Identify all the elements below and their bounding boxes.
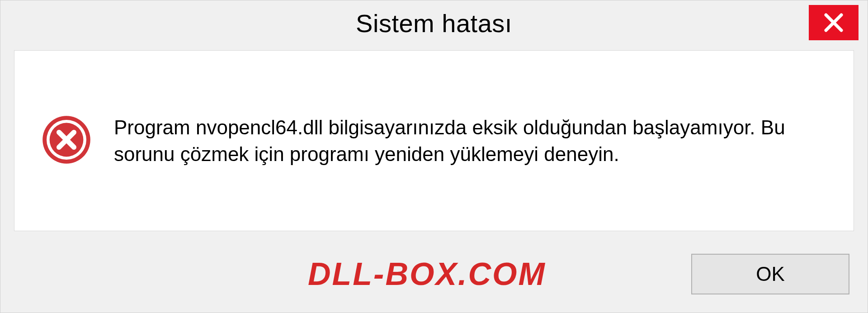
titlebar: Sistem hatası (0, 0, 868, 46)
close-button[interactable] (809, 5, 859, 40)
ok-button[interactable]: OK (691, 254, 849, 294)
dialog-footer: DLL-BOX.COM OK (0, 245, 868, 313)
watermark-text: DLL-BOX.COM (308, 256, 546, 292)
error-icon (42, 115, 91, 165)
error-icon-wrap (42, 115, 91, 166)
error-message: Program nvopencl64.dll bilgisayarınızda … (114, 114, 826, 168)
close-icon (822, 11, 845, 34)
error-dialog: Sistem hatası Program nvopencl64.dll bil… (0, 0, 868, 313)
dialog-title: Sistem hatası (356, 9, 512, 38)
content-panel: Program nvopencl64.dll bilgisayarınızda … (14, 50, 854, 231)
